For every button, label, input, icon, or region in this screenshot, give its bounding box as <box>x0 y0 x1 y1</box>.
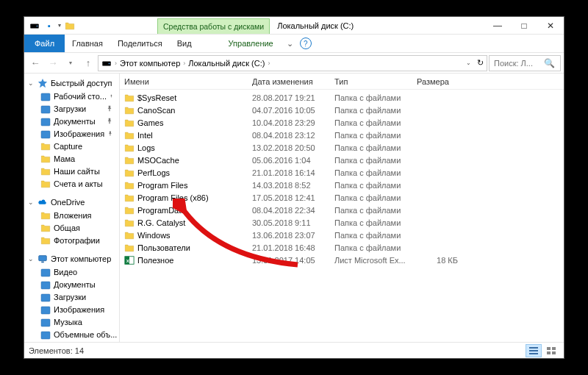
thumbnails-view-icon <box>547 347 556 354</box>
column-size[interactable]: Размера <box>412 77 464 86</box>
nav-quick-access-label: Быстрый доступ <box>51 79 112 88</box>
nav-onedrive[interactable]: ⌄ OneDrive <box>24 196 119 209</box>
collapse-icon[interactable]: ⌄ <box>27 255 35 262</box>
tab-home[interactable]: Главная <box>65 35 110 52</box>
music-icon <box>40 317 51 327</box>
nav-item-label: Изображения <box>54 129 104 138</box>
file-size: 18 КБ <box>412 256 464 265</box>
folder-icon <box>124 143 135 153</box>
tab-manage[interactable]: Управление <box>221 35 281 52</box>
column-type[interactable]: Тип <box>330 77 412 86</box>
nav-quick-item[interactable]: Рабочий сто... <box>24 90 119 102</box>
nav-pc-item[interactable]: Музыка <box>24 315 119 328</box>
nav-back-button[interactable]: ← <box>27 55 43 71</box>
nav-quick-item[interactable]: Capture <box>24 140 119 152</box>
tab-share[interactable]: Поделиться <box>110 35 170 52</box>
nav-pc-item[interactable]: Видео <box>24 265 119 278</box>
file-row[interactable]: Games10.04.2018 23:29Папка с файлами <box>120 116 564 129</box>
file-row[interactable]: R.G. Catalyst30.05.2018 9:11Папка с файл… <box>120 216 564 229</box>
tab-file[interactable]: Файл <box>24 35 65 52</box>
star-icon <box>37 78 48 88</box>
collapse-icon[interactable]: ⌄ <box>27 199 35 206</box>
breadcrumb-drive-c[interactable]: Локальный диск (C:) <box>188 59 265 68</box>
close-button[interactable]: ✕ <box>537 17 564 34</box>
video-icon <box>40 267 51 277</box>
nav-item-label: Видео <box>54 268 77 276</box>
chevron-right-icon[interactable]: › <box>268 60 270 67</box>
addr-dropdown-icon[interactable]: ⌄ <box>466 60 471 66</box>
file-row[interactable]: Пользователи21.01.2018 16:48Папка с файл… <box>120 241 564 254</box>
minimize-button[interactable]: — <box>484 17 511 34</box>
file-row[interactable]: Logs13.02.2018 20:50Папка с файлами <box>120 141 564 154</box>
nav-item-label: Документы <box>54 117 96 126</box>
nav-pc-item[interactable]: Изображения <box>24 303 119 315</box>
nav-pc-item[interactable]: Загрузки <box>24 290 119 303</box>
nav-pc-item[interactable]: Объемные объ... <box>24 328 119 340</box>
file-row[interactable]: Полезное13.01.2017 14:05Лист Microsoft E… <box>120 254 564 266</box>
file-row[interactable]: Program Files14.03.2018 8:52Папка с файл… <box>120 179 564 191</box>
address-bar[interactable]: › Этот компьютер › Локальный диск (C:) ›… <box>98 55 487 71</box>
status-count: 14 <box>75 346 84 355</box>
file-row[interactable]: MSOCache05.06.2016 1:04Папка с файлами <box>120 154 564 166</box>
nav-this-pc[interactable]: ⌄ Этот компьютер <box>24 252 119 265</box>
file-type: Лист Microsoft Ex... <box>330 256 412 265</box>
svg-rect-23 <box>552 347 556 350</box>
tab-view[interactable]: Вид <box>170 35 199 52</box>
folder-icon <box>124 118 135 128</box>
nav-quick-item[interactable]: Изображения <box>24 127 119 140</box>
file-list: Имени Дата изменения Тип Размера $SysRes… <box>120 74 564 342</box>
file-date: 08.04.2018 22:34 <box>248 206 330 215</box>
svg-rect-25 <box>552 351 556 354</box>
view-thumbnails-button[interactable] <box>543 344 559 357</box>
breadcrumb-this-pc[interactable]: Этот компьютер <box>120 59 180 68</box>
nav-quick-item[interactable]: Документы <box>24 115 119 127</box>
svg-rect-9 <box>41 118 50 126</box>
refresh-button[interactable]: ↻ <box>477 58 484 68</box>
svg-rect-8 <box>41 106 50 113</box>
nav-onedrive-item[interactable]: Фотографии <box>24 234 119 246</box>
nav-onedrive-item[interactable]: Общая <box>24 221 119 234</box>
file-row[interactable]: Windows13.06.2018 23:07Папка с файлами <box>120 229 564 241</box>
search-box[interactable]: 🔍 <box>489 55 561 71</box>
file-type: Папка с файлами <box>330 168 412 177</box>
cloud-icon <box>37 197 48 207</box>
nav-quick-access[interactable]: ⌄ Быстрый доступ <box>24 76 119 90</box>
file-row[interactable]: CanoScan04.07.2016 10:05Папка с файлами <box>120 104 564 116</box>
qat-dropdown-icon[interactable]: ▾ <box>58 22 61 29</box>
nav-pc-item[interactable]: Документы <box>24 278 119 290</box>
file-row[interactable]: PerfLogs21.01.2018 16:14Папка с файлами <box>120 166 564 179</box>
nav-onedrive-item[interactable]: Вложения <box>24 209 119 221</box>
collapse-icon[interactable]: ⌄ <box>27 79 35 87</box>
file-date: 21.01.2018 16:14 <box>248 168 330 177</box>
nav-quick-item[interactable]: Наши сайты <box>24 165 119 177</box>
folder-icon <box>40 141 51 151</box>
details-view-icon <box>529 347 538 354</box>
search-icon[interactable]: 🔍 <box>544 58 555 68</box>
nav-quick-item[interactable]: Загрузки <box>24 102 119 115</box>
maximize-button[interactable]: □ <box>511 17 537 34</box>
view-details-button[interactable] <box>526 344 542 357</box>
search-input[interactable] <box>492 58 544 68</box>
folder-icon <box>64 20 76 32</box>
file-row[interactable]: Program Files (x86)17.05.2018 12:41Папка… <box>120 191 564 204</box>
file-type: Папка с файлами <box>330 118 412 127</box>
nav-item-label: Музыка <box>54 318 82 326</box>
column-name[interactable]: Имени <box>120 77 248 86</box>
svg-rect-12 <box>41 282 50 289</box>
chevron-right-icon[interactable]: › <box>183 60 185 67</box>
column-date[interactable]: Дата изменения <box>248 77 330 86</box>
svg-rect-24 <box>547 351 551 354</box>
nav-quick-item[interactable]: Мама <box>24 152 119 165</box>
file-name: Program Files <box>137 181 187 190</box>
chevron-right-icon[interactable]: › <box>115 60 117 67</box>
nav-up-button[interactable]: ↑ <box>80 55 96 71</box>
file-row[interactable]: ProgramData08.04.2018 22:34Папка с файла… <box>120 204 564 216</box>
nav-recent-button[interactable]: ▾ <box>62 55 79 71</box>
file-row[interactable]: Intel08.04.2018 23:12Папка с файлами <box>120 129 564 141</box>
file-row[interactable]: $SysReset28.08.2017 19:21Папка с файлами <box>120 91 564 104</box>
ribbon-expand-button[interactable]: ⌄ <box>281 35 300 52</box>
nav-quick-item[interactable]: Счета и акты <box>24 177 119 190</box>
nav-onedrive-label: OneDrive <box>51 198 85 207</box>
nav-forward-button[interactable]: → <box>45 55 61 71</box>
help-button[interactable]: ? <box>300 38 312 49</box>
